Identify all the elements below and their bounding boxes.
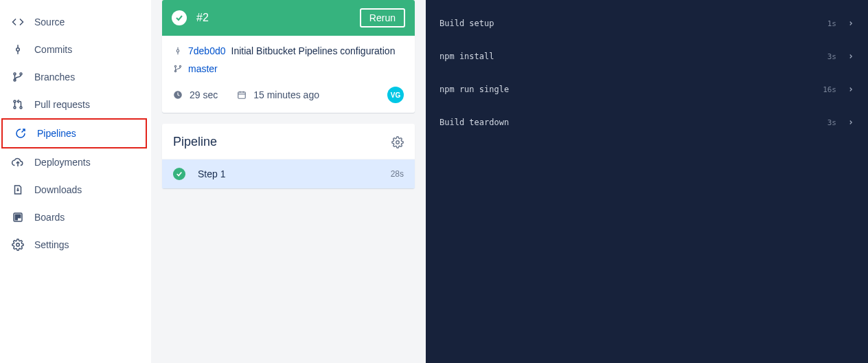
pull-request-icon (8, 98, 27, 111)
log-label: Build setup (439, 19, 827, 28)
commit-line: 7deb0d0 Initial Bitbucket Pipelines conf… (173, 45, 404, 56)
branch-line: master (173, 63, 404, 74)
step-label: Step 1 (198, 168, 391, 179)
sidebar-item-branches[interactable]: Branches (0, 63, 151, 91)
pipeline-card: Pipeline Step 1 28s (162, 124, 415, 188)
svg-point-4 (20, 73, 22, 75)
run-meta: 29 sec 15 minutes ago VG (173, 87, 404, 103)
log-duration: 3s (827, 52, 836, 61)
download-icon (8, 184, 27, 196)
run-body: 7deb0d0 Initial Bitbucket Pipelines conf… (162, 36, 415, 113)
svg-point-15 (16, 243, 20, 247)
pipeline-detail-column: #2 Rerun 7deb0d0 Initial Bitbucket Pipel… (151, 0, 426, 363)
svg-point-16 (176, 50, 179, 52)
sidebar-item-label: Deployments (34, 157, 91, 168)
gear-icon (8, 239, 27, 251)
sidebar-item-label: Commits (34, 44, 72, 55)
calendar-icon (237, 90, 247, 100)
pipeline-step[interactable]: Step 1 28s (162, 159, 415, 188)
chevron-right-icon (847, 53, 854, 60)
sidebar-item-label: Downloads (34, 184, 82, 195)
commit-hash-link[interactable]: 7deb0d0 (188, 45, 226, 56)
branch-icon (8, 71, 27, 83)
log-panel: Build setup 1s npm install 3s npm run si… (426, 0, 868, 363)
sidebar: Source Commits Branches Pull requests Pi… (0, 0, 151, 363)
chevron-right-icon (847, 86, 854, 93)
pipeline-title: Pipeline (173, 135, 391, 149)
log-label: Build teardown (439, 118, 827, 127)
step-duration: 28s (391, 169, 404, 179)
svg-point-0 (16, 48, 20, 52)
sidebar-item-label: Pipelines (37, 128, 76, 139)
log-duration: 3s (827, 118, 836, 127)
avatar[interactable]: VG (387, 87, 404, 103)
svg-rect-14 (19, 214, 21, 218)
chevron-right-icon (847, 119, 854, 126)
boards-icon (8, 211, 27, 223)
commit-message: Initial Bitbucket Pipelines configuratio… (231, 45, 396, 56)
run-header: #2 Rerun (162, 0, 415, 36)
commit-icon (173, 46, 183, 56)
svg-point-19 (174, 65, 176, 67)
svg-point-7 (14, 107, 16, 109)
sidebar-item-pipelines[interactable]: Pipelines (3, 120, 146, 147)
sidebar-item-downloads[interactable]: Downloads (0, 176, 151, 204)
log-section[interactable]: npm install 3s (439, 40, 854, 73)
log-duration: 1s (827, 19, 836, 28)
active-highlight: Pipelines (1, 118, 147, 148)
sidebar-item-commits[interactable]: Commits (0, 36, 151, 63)
commit-icon (8, 43, 27, 56)
cloud-upload-icon (8, 156, 27, 168)
svg-rect-13 (15, 214, 17, 220)
log-section[interactable]: Build setup 1s (439, 7, 854, 40)
svg-point-3 (14, 73, 16, 75)
log-label: npm run single (439, 85, 823, 94)
run-card: #2 Rerun 7deb0d0 Initial Bitbucket Pipel… (162, 0, 415, 113)
sidebar-item-deployments[interactable]: Deployments (0, 148, 151, 176)
svg-rect-23 (238, 92, 246, 98)
sidebar-item-pull-requests[interactable]: Pull requests (0, 91, 151, 118)
run-number: #2 (196, 12, 360, 24)
code-icon (8, 16, 27, 28)
rerun-button[interactable]: Rerun (360, 8, 405, 28)
pipelines-icon (11, 127, 30, 140)
log-duration: 16s (823, 85, 836, 94)
chevron-right-icon (847, 20, 854, 27)
sidebar-item-label: Settings (34, 239, 69, 250)
sidebar-item-label: Branches (34, 72, 75, 82)
pipeline-header: Pipeline (162, 124, 415, 159)
pipeline-settings-button[interactable] (391, 136, 404, 148)
log-section[interactable]: Build teardown 3s (439, 106, 854, 139)
success-check-icon (172, 10, 187, 25)
branch-link[interactable]: master (188, 63, 218, 74)
log-section[interactable]: npm run single 16s (439, 73, 854, 106)
run-timestamp: 15 minutes ago (253, 89, 319, 100)
sidebar-item-settings[interactable]: Settings (0, 231, 151, 258)
sidebar-item-source[interactable]: Source (0, 8, 151, 36)
branch-icon (173, 64, 183, 74)
svg-point-27 (396, 140, 400, 144)
sidebar-item-label: Pull requests (34, 99, 90, 110)
log-label: npm install (439, 52, 827, 61)
clock-icon (173, 90, 183, 100)
sidebar-item-label: Boards (34, 212, 65, 223)
svg-point-20 (179, 65, 181, 67)
svg-point-8 (20, 107, 22, 109)
run-duration: 29 sec (190, 89, 218, 100)
svg-point-6 (14, 100, 16, 102)
success-check-icon (173, 168, 185, 180)
sidebar-item-boards[interactable]: Boards (0, 204, 151, 231)
sidebar-item-label: Source (34, 16, 65, 28)
